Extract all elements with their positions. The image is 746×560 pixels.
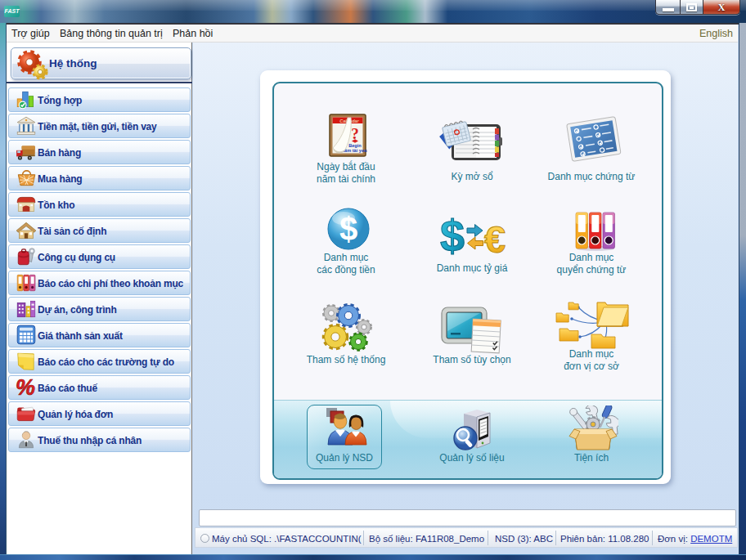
svg-text:%: % <box>16 376 35 399</box>
svg-text:$: $ <box>339 211 357 247</box>
svg-text:$: $ <box>440 213 465 257</box>
svg-text:€: € <box>484 217 506 257</box>
